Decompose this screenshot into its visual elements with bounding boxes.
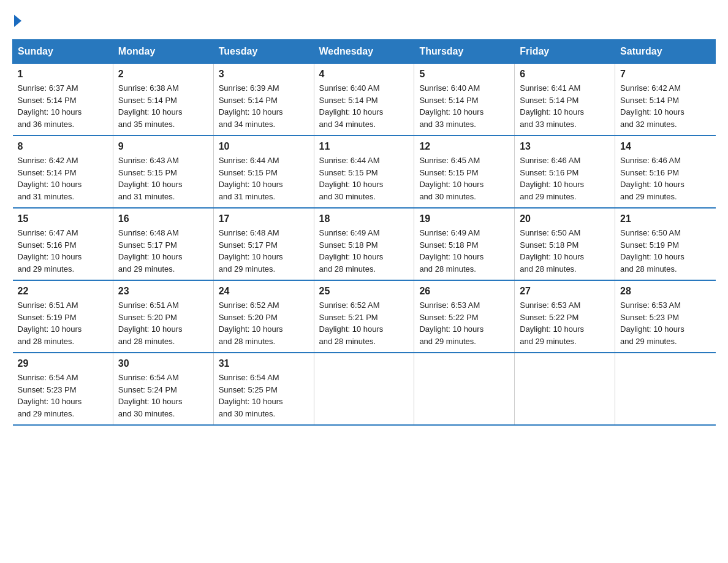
day-info: Sunrise: 6:37 AMSunset: 5:14 PMDaylight:…	[18, 82, 108, 130]
day-info: Sunrise: 6:54 AMSunset: 5:23 PMDaylight:…	[18, 372, 108, 419]
day-info: Sunrise: 6:40 AMSunset: 5:14 PMDaylight:…	[319, 82, 409, 130]
calendar-cell: 31Sunrise: 6:54 AMSunset: 5:25 PMDayligh…	[213, 353, 314, 425]
calendar-cell: 3Sunrise: 6:39 AMSunset: 5:14 PMDaylight…	[213, 64, 314, 136]
day-info: Sunrise: 6:53 AMSunset: 5:22 PMDaylight:…	[520, 299, 610, 347]
calendar-cell: 5Sunrise: 6:40 AMSunset: 5:14 PMDaylight…	[414, 64, 515, 136]
day-info: Sunrise: 6:54 AMSunset: 5:24 PMDaylight:…	[118, 372, 208, 419]
header-tuesday: Tuesday	[213, 40, 314, 64]
calendar-cell: 6Sunrise: 6:41 AMSunset: 5:14 PMDaylight…	[515, 64, 615, 136]
calendar-cell: 12Sunrise: 6:45 AMSunset: 5:15 PMDayligh…	[414, 136, 515, 208]
calendar-cell: 29Sunrise: 6:54 AMSunset: 5:23 PMDayligh…	[13, 353, 113, 425]
day-info: Sunrise: 6:46 AMSunset: 5:16 PMDaylight:…	[620, 155, 710, 202]
day-number: 1	[18, 69, 108, 80]
header-sunday: Sunday	[13, 40, 113, 64]
calendar-week-row: 22Sunrise: 6:51 AMSunset: 5:19 PMDayligh…	[13, 280, 716, 353]
calendar-week-row: 8Sunrise: 6:42 AMSunset: 5:14 PMDaylight…	[13, 136, 716, 208]
calendar-cell: 21Sunrise: 6:50 AMSunset: 5:19 PMDayligh…	[615, 208, 716, 280]
calendar-cell: 18Sunrise: 6:49 AMSunset: 5:18 PMDayligh…	[314, 208, 414, 280]
calendar-cell	[314, 353, 414, 425]
day-info: Sunrise: 6:41 AMSunset: 5:14 PMDaylight:…	[520, 82, 610, 130]
calendar-cell: 17Sunrise: 6:48 AMSunset: 5:17 PMDayligh…	[213, 208, 314, 280]
calendar-week-row: 1Sunrise: 6:37 AMSunset: 5:14 PMDaylight…	[13, 64, 716, 136]
calendar-cell: 23Sunrise: 6:51 AMSunset: 5:20 PMDayligh…	[113, 280, 213, 353]
day-number: 14	[620, 141, 710, 152]
day-number: 25	[319, 286, 409, 297]
calendar-cell	[414, 353, 515, 425]
calendar-cell: 22Sunrise: 6:51 AMSunset: 5:19 PMDayligh…	[13, 280, 113, 353]
calendar-cell: 25Sunrise: 6:52 AMSunset: 5:21 PMDayligh…	[314, 280, 414, 353]
day-info: Sunrise: 6:52 AMSunset: 5:20 PMDaylight:…	[219, 299, 309, 347]
day-info: Sunrise: 6:44 AMSunset: 5:15 PMDaylight:…	[319, 155, 409, 202]
day-info: Sunrise: 6:50 AMSunset: 5:18 PMDaylight:…	[520, 227, 610, 275]
day-info: Sunrise: 6:51 AMSunset: 5:20 PMDaylight:…	[118, 299, 208, 347]
header-wednesday: Wednesday	[314, 40, 414, 64]
day-info: Sunrise: 6:39 AMSunset: 5:14 PMDaylight:…	[219, 82, 309, 130]
calendar-table: SundayMondayTuesdayWednesdayThursdayFrid…	[12, 39, 716, 426]
day-number: 30	[118, 358, 208, 369]
day-info: Sunrise: 6:42 AMSunset: 5:14 PMDaylight:…	[18, 155, 108, 202]
day-info: Sunrise: 6:51 AMSunset: 5:19 PMDaylight:…	[18, 299, 108, 347]
header-friday: Friday	[515, 40, 615, 64]
day-info: Sunrise: 6:52 AMSunset: 5:21 PMDaylight:…	[319, 299, 409, 347]
calendar-cell: 4Sunrise: 6:40 AMSunset: 5:14 PMDaylight…	[314, 64, 414, 136]
day-number: 31	[219, 358, 309, 369]
day-number: 18	[319, 213, 409, 224]
header-monday: Monday	[113, 40, 213, 64]
logo-arrow-icon	[14, 15, 21, 27]
day-number: 29	[18, 358, 108, 369]
calendar-cell: 2Sunrise: 6:38 AMSunset: 5:14 PMDaylight…	[113, 64, 213, 136]
day-info: Sunrise: 6:54 AMSunset: 5:25 PMDaylight:…	[219, 372, 309, 419]
day-number: 21	[620, 213, 710, 224]
calendar-cell: 13Sunrise: 6:46 AMSunset: 5:16 PMDayligh…	[515, 136, 615, 208]
logo	[12, 12, 21, 27]
calendar-cell: 20Sunrise: 6:50 AMSunset: 5:18 PMDayligh…	[515, 208, 615, 280]
calendar-cell: 24Sunrise: 6:52 AMSunset: 5:20 PMDayligh…	[213, 280, 314, 353]
day-info: Sunrise: 6:49 AMSunset: 5:18 PMDaylight:…	[419, 227, 509, 275]
day-number: 28	[620, 286, 710, 297]
calendar-cell: 11Sunrise: 6:44 AMSunset: 5:15 PMDayligh…	[314, 136, 414, 208]
header-thursday: Thursday	[414, 40, 515, 64]
day-number: 8	[18, 141, 108, 152]
calendar-cell: 10Sunrise: 6:44 AMSunset: 5:15 PMDayligh…	[213, 136, 314, 208]
calendar-cell: 19Sunrise: 6:49 AMSunset: 5:18 PMDayligh…	[414, 208, 515, 280]
calendar-cell: 30Sunrise: 6:54 AMSunset: 5:24 PMDayligh…	[113, 353, 213, 425]
day-info: Sunrise: 6:43 AMSunset: 5:15 PMDaylight:…	[118, 155, 208, 202]
day-number: 11	[319, 141, 409, 152]
day-number: 5	[419, 69, 509, 80]
calendar-header-row: SundayMondayTuesdayWednesdayThursdayFrid…	[13, 40, 716, 64]
day-info: Sunrise: 6:53 AMSunset: 5:23 PMDaylight:…	[620, 299, 710, 347]
calendar-week-row: 15Sunrise: 6:47 AMSunset: 5:16 PMDayligh…	[13, 208, 716, 280]
header-saturday: Saturday	[615, 40, 716, 64]
day-info: Sunrise: 6:48 AMSunset: 5:17 PMDaylight:…	[118, 227, 208, 275]
day-info: Sunrise: 6:47 AMSunset: 5:16 PMDaylight:…	[18, 227, 108, 275]
calendar-cell	[615, 353, 716, 425]
day-info: Sunrise: 6:49 AMSunset: 5:18 PMDaylight:…	[319, 227, 409, 275]
day-number: 10	[219, 141, 309, 152]
day-number: 2	[118, 69, 208, 80]
calendar-cell: 8Sunrise: 6:42 AMSunset: 5:14 PMDaylight…	[13, 136, 113, 208]
day-number: 15	[18, 213, 108, 224]
calendar-week-row: 29Sunrise: 6:54 AMSunset: 5:23 PMDayligh…	[13, 353, 716, 425]
calendar-cell: 7Sunrise: 6:42 AMSunset: 5:14 PMDaylight…	[615, 64, 716, 136]
day-info: Sunrise: 6:38 AMSunset: 5:14 PMDaylight:…	[118, 82, 208, 130]
day-info: Sunrise: 6:53 AMSunset: 5:22 PMDaylight:…	[419, 299, 509, 347]
day-number: 6	[520, 69, 610, 80]
calendar-cell: 28Sunrise: 6:53 AMSunset: 5:23 PMDayligh…	[615, 280, 716, 353]
day-info: Sunrise: 6:44 AMSunset: 5:15 PMDaylight:…	[219, 155, 309, 202]
day-info: Sunrise: 6:45 AMSunset: 5:15 PMDaylight:…	[419, 155, 509, 202]
day-number: 24	[219, 286, 309, 297]
day-number: 4	[319, 69, 409, 80]
day-number: 20	[520, 213, 610, 224]
day-number: 17	[219, 213, 309, 224]
page-header	[12, 12, 716, 27]
day-info: Sunrise: 6:40 AMSunset: 5:14 PMDaylight:…	[419, 82, 509, 130]
day-info: Sunrise: 6:48 AMSunset: 5:17 PMDaylight:…	[219, 227, 309, 275]
day-number: 27	[520, 286, 610, 297]
day-number: 19	[419, 213, 509, 224]
day-number: 26	[419, 286, 509, 297]
day-number: 3	[219, 69, 309, 80]
day-number: 22	[18, 286, 108, 297]
calendar-cell: 14Sunrise: 6:46 AMSunset: 5:16 PMDayligh…	[615, 136, 716, 208]
day-number: 13	[520, 141, 610, 152]
day-number: 7	[620, 69, 710, 80]
